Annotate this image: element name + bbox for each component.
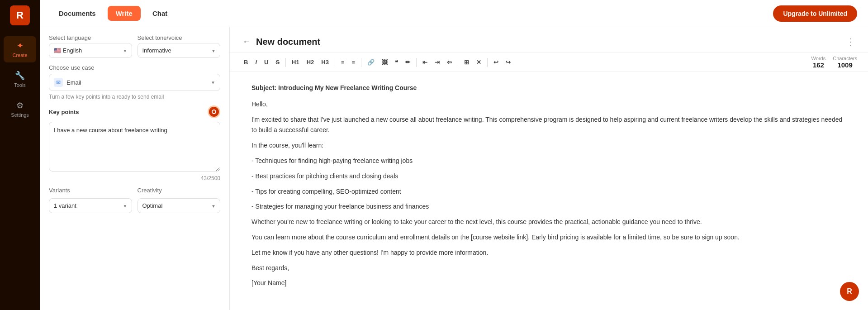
chat-button[interactable]: Chat [144,6,175,21]
align-left-button[interactable]: ⇤ [419,57,431,68]
settings-icon: ⚙ [16,100,24,110]
toolbar-sep-2 [335,58,335,67]
clear-format-button[interactable]: ✕ [473,57,484,68]
sidebar-item-settings-label: Settings [11,112,29,118]
toolbar-sep-5 [458,58,458,67]
bold-button[interactable]: B [241,57,251,68]
chars-label: Characters [833,56,857,61]
more-options-button[interactable]: ⋮ [844,34,857,49]
tone-select[interactable]: Informative [138,43,221,58]
sidebar-item-settings[interactable]: ⚙ Settings [4,96,36,122]
chars-count: Characters 1009 [833,56,857,69]
documents-button[interactable]: Documents [51,6,104,21]
variants-select[interactable]: 1 variant [49,198,132,213]
email-bullet1: - Techniques for finding high-paying fre… [251,156,846,167]
chars-value: 1009 [837,61,852,69]
email-subject: Subject: Introducing My New Freelance Wr… [251,83,846,94]
editor-content[interactable]: Subject: Introducing My New Freelance Wr… [230,72,868,310]
email-closing: Best regards, [251,263,846,274]
tools-icon: 🔧 [15,71,25,81]
key-points-label: Key points [49,109,79,115]
bullet-list-button[interactable]: ≡ [338,57,348,68]
user-avatar[interactable]: R [840,282,859,301]
key-points-textarea[interactable]: I have a new course about freelance writ… [49,122,220,172]
language-select-wrap: 🇺🇸 English ▼ [49,43,132,58]
use-case-select[interactable]: ✉ Email ▼ [49,74,220,91]
table-button[interactable]: ⊞ [461,57,472,68]
char-count: 43/2500 [49,175,220,181]
underline-button[interactable]: U [261,57,271,68]
word-count-area: Words 162 Characters 1009 [811,56,857,69]
sidebar-item-create-label: Create [12,52,27,58]
sidebar-item-tools-label: Tools [14,82,26,88]
email-name: [Your Name] [251,278,846,289]
toolbar-sep-4 [416,58,417,67]
link-button[interactable]: 🔗 [364,57,378,68]
record-button[interactable] [208,105,220,118]
key-points-header: Key points [49,105,220,118]
sidebar: R ✦ Create 🔧 Tools ⚙ Settings [0,0,40,310]
use-case-arrow: ▼ [211,80,215,85]
write-button[interactable]: Write [108,6,141,21]
variants-select-wrap: 1 variant ▼ [49,198,132,213]
email-para5: Let me know if you have any other questi… [251,248,846,258]
creativity-label: Creativity [138,187,221,194]
content-area: Select language 🇺🇸 English ▼ Select tone… [40,27,868,310]
sidebar-item-tools[interactable]: 🔧 Tools [4,66,36,92]
align-center-button[interactable]: ⇥ [432,57,443,68]
creativity-group: Creativity Optimal ▼ [138,187,221,213]
toolbar-sep-6 [487,58,488,67]
upgrade-button[interactable]: Upgrade to Unlimited [773,5,857,22]
h3-button[interactable]: H3 [318,57,332,68]
language-label: Select language [49,34,132,41]
tone-label: Select tone/voice [138,34,221,41]
creativity-select-wrap: Optimal ▼ [138,198,221,213]
ordered-list-button[interactable]: ≡ [349,57,359,68]
language-field-group: Select language 🇺🇸 English ▼ [49,34,132,58]
main-container: Documents Write Chat Upgrade to Unlimite… [40,0,868,310]
create-icon: ✦ [17,41,24,51]
image-button[interactable]: 🖼 [379,57,391,68]
email-greeting: Hello, [251,99,846,110]
variants-label: Variants [49,187,132,194]
sidebar-item-create[interactable]: ✦ Create [4,36,36,62]
highlight-button[interactable]: ✏ [402,57,413,68]
doc-title: New document [256,37,841,47]
email-para4: You can learn more about the course curr… [251,232,846,243]
use-case-section: Choose use case ✉ Email ▼ Turn a few key… [49,64,220,100]
use-case-value: Email [66,79,205,86]
email-bullet4: - Strategies for managing your freelance… [251,201,846,212]
back-button[interactable]: ← [241,35,252,48]
sidebar-logo[interactable]: R [10,5,30,25]
left-panel: Select language 🇺🇸 English ▼ Select tone… [40,27,230,310]
toolbar-sep-1 [285,58,286,67]
toolbar: B i U S H1 H2 H3 ≡ ≡ 🔗 🖼 ❝ ✏ ⇤ ⇥ ⇦ [230,53,868,72]
language-select[interactable]: 🇺🇸 English [49,43,132,58]
creativity-select[interactable]: Optimal [138,198,221,213]
email-para2: In the course, you'll learn: [251,140,846,151]
email-bullet3: - Tips for creating compelling, SEO-opti… [251,186,846,197]
italic-button[interactable]: i [252,57,260,68]
quote-button[interactable]: ❝ [392,57,401,68]
align-right-button[interactable]: ⇦ [444,57,455,68]
email-para1: I'm excited to share that I've just laun… [251,114,846,136]
use-case-label: Choose use case [49,64,220,71]
toolbar-sep-3 [361,58,361,67]
email-bullet2: - Best practices for pitching clients an… [251,171,846,182]
email-para3: Whether you're new to freelance writing … [251,217,846,228]
email-icon: ✉ [54,78,63,87]
editor-header: ← New document ⋮ [230,27,868,53]
undo-button[interactable]: ↩ [490,57,502,68]
use-case-helper: Turn a few key points into a ready to se… [49,94,220,100]
h1-button[interactable]: H1 [289,57,303,68]
variants-group: Variants 1 variant ▼ [49,187,132,213]
h2-button[interactable]: H2 [304,57,318,68]
strikethrough-button[interactable]: S [272,57,283,68]
topnav: Documents Write Chat Upgrade to Unlimite… [40,0,868,27]
editor-panel: ← New document ⋮ B i U S H1 H2 H3 ≡ ≡ 🔗 … [230,27,868,310]
tone-field-group: Select tone/voice Informative ▼ [138,34,221,58]
variants-creativity-row: Variants 1 variant ▼ Creativity Optimal [49,187,220,213]
words-label: Words [811,56,826,61]
redo-button[interactable]: ↪ [503,57,514,68]
words-count: Words 162 [811,56,826,69]
